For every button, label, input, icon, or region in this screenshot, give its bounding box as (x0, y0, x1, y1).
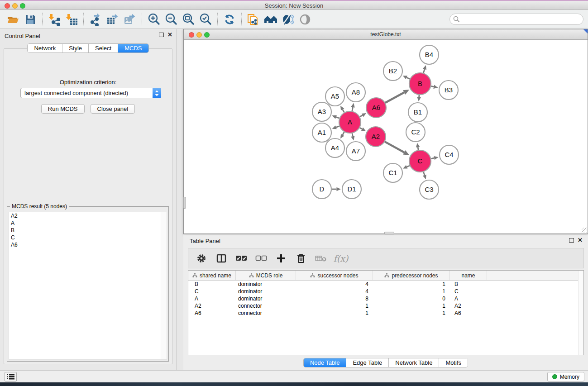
table-scrollbar[interactable] (578, 271, 583, 355)
table-cell[interactable]: dominator (236, 288, 296, 295)
mcds-result-item[interactable]: C (9, 234, 167, 241)
graph-edge-A-A6[interactable] (360, 115, 363, 117)
graph-edge-C-C1[interactable] (407, 166, 410, 167)
select-all-button[interactable] (234, 252, 248, 265)
graph-edge-B-B4[interactable] (423, 69, 425, 73)
zoom-in-button[interactable] (145, 12, 163, 27)
tab-mcds[interactable]: MCDS (118, 44, 148, 52)
mcds-result-item[interactable]: A6 (9, 241, 167, 248)
table-row[interactable]: Cdominator41C (188, 288, 583, 295)
graph-edge-A-A7[interactable] (352, 133, 353, 136)
graph-edge-A-A1[interactable] (336, 126, 339, 128)
graph-edge-B-B3[interactable] (431, 86, 434, 86)
graph-edge-A2-C[interactable] (385, 142, 404, 152)
save-session-button[interactable] (22, 12, 39, 27)
table-tab-node-table[interactable]: Node Table (304, 358, 347, 367)
mcds-result-item[interactable]: B (9, 227, 167, 234)
delete-table-button[interactable] (314, 252, 328, 265)
network-window-titlebar[interactable]: testGlobe.txt (184, 29, 588, 40)
graph-edge-C-C2[interactable] (418, 147, 418, 150)
table-cell[interactable]: connector (236, 310, 296, 317)
export-table-button[interactable] (104, 12, 121, 27)
table-cell[interactable]: 8 (296, 295, 373, 302)
table-cell[interactable]: C (188, 288, 236, 295)
graph-edge-A-A2[interactable] (360, 128, 362, 129)
float-panel-icon[interactable] (569, 238, 574, 243)
splitter-handle-left[interactable] (183, 197, 186, 209)
tab-style[interactable]: Style (62, 44, 89, 52)
graph-edge-A-A8[interactable] (352, 107, 353, 111)
import-network-button[interactable] (46, 12, 63, 27)
table-cell[interactable]: A6 (450, 310, 487, 317)
table-cell[interactable]: dominator (236, 295, 296, 302)
graph-edge-C-C4[interactable] (431, 158, 434, 158)
table-cell[interactable]: dominator (236, 281, 296, 288)
splitter-handle-bottom[interactable] (384, 232, 394, 234)
graph-edge-B-B2[interactable] (406, 77, 410, 79)
table-cell[interactable]: 0 (373, 295, 450, 302)
graph-edge-C-C3[interactable] (424, 172, 425, 175)
import-table-button[interactable] (63, 12, 80, 27)
table-cell[interactable]: A (450, 295, 487, 302)
table-cell[interactable]: 4 (296, 281, 373, 288)
table-row[interactable]: Bdominator41B (188, 281, 583, 288)
criterion-select[interactable]: largest connected component (directed) (20, 88, 161, 98)
table-row[interactable]: A6connector11A6 (188, 310, 583, 317)
apply-layout-button[interactable] (221, 12, 238, 27)
column-header-name[interactable]: name (450, 271, 487, 280)
zoom-fit-button[interactable] (180, 12, 197, 27)
window-resize-corner-icon[interactable] (583, 29, 588, 33)
function-builder-button[interactable]: f(x) (334, 252, 348, 265)
table-cell[interactable]: A6 (188, 310, 236, 317)
table-cell[interactable]: 1 (373, 288, 450, 295)
mcds-result-item[interactable]: A2 (9, 212, 167, 219)
search-input[interactable] (449, 14, 583, 25)
zoom-out-button[interactable] (163, 12, 180, 27)
export-network-button[interactable] (87, 12, 104, 27)
graph-edge-A-A3[interactable] (336, 117, 339, 119)
table-cell[interactable]: 4 (296, 288, 373, 295)
close-panel-icon[interactable]: ✕ (167, 33, 172, 37)
resize-grip-icon[interactable] (582, 228, 587, 233)
table-row[interactable]: A2connector11A2 (188, 302, 583, 310)
column-header-predecessor-nodes[interactable]: predecessor nodes (373, 271, 450, 280)
table-cell[interactable]: 1 (373, 281, 450, 288)
first-neighbors-button[interactable] (262, 12, 279, 27)
show-column-button[interactable] (215, 252, 228, 265)
table-cell[interactable]: A (188, 295, 236, 302)
zoom-selected-button[interactable] (197, 12, 214, 27)
table-cell[interactable]: 1 (373, 302, 450, 310)
column-header-shared-name[interactable]: shared name (188, 271, 236, 280)
show-graphics-details-button[interactable] (296, 12, 314, 27)
table-tab-edge-table[interactable]: Edge Table (346, 358, 389, 367)
table-cell[interactable]: A2 (188, 302, 236, 310)
mcds-result-item[interactable]: A (9, 219, 167, 227)
table-cell[interactable]: 1 (373, 310, 450, 317)
graph-edge-A-A4[interactable] (343, 132, 344, 135)
task-history-button[interactable] (5, 372, 17, 381)
table-cell[interactable]: A2 (450, 302, 487, 310)
graph-edge-A6-B[interactable] (385, 92, 404, 103)
table-cell[interactable]: B (188, 281, 236, 288)
memory-button[interactable]: Memory (547, 372, 584, 381)
table-cell[interactable]: 1 (296, 310, 373, 317)
table-cell[interactable]: 1 (296, 302, 373, 310)
column-header-successor-nodes[interactable]: successor nodes (296, 271, 373, 280)
table-row[interactable]: Adominator80A (188, 295, 583, 302)
table-cell[interactable]: connector (236, 302, 296, 310)
hide-graphics-details-button[interactable] (279, 12, 296, 27)
tab-network[interactable]: Network (28, 44, 62, 52)
table-tab-network-table[interactable]: Network Table (389, 358, 439, 367)
table-tab-motifs[interactable]: Motifs (439, 358, 468, 367)
table-settings-button[interactable] (195, 252, 208, 265)
new-network-from-selection-button[interactable] (245, 12, 262, 27)
close-panel-button[interactable]: Close panel (91, 104, 135, 114)
network-canvas[interactable]: AA1A2A3A4A5A6A7A8BB1B2B3B4CC1C2C3C4DD1 (184, 40, 588, 234)
open-session-button[interactable] (5, 12, 22, 27)
graph-edge-A-A5[interactable] (343, 110, 344, 112)
list-scrollbar[interactable] (161, 212, 167, 359)
add-row-button[interactable] (274, 252, 288, 265)
column-header-MCDS-role[interactable]: MCDS role (236, 271, 296, 280)
deselect-all-button[interactable] (254, 252, 268, 265)
run-mcds-button[interactable]: Run MCDS (41, 104, 85, 114)
